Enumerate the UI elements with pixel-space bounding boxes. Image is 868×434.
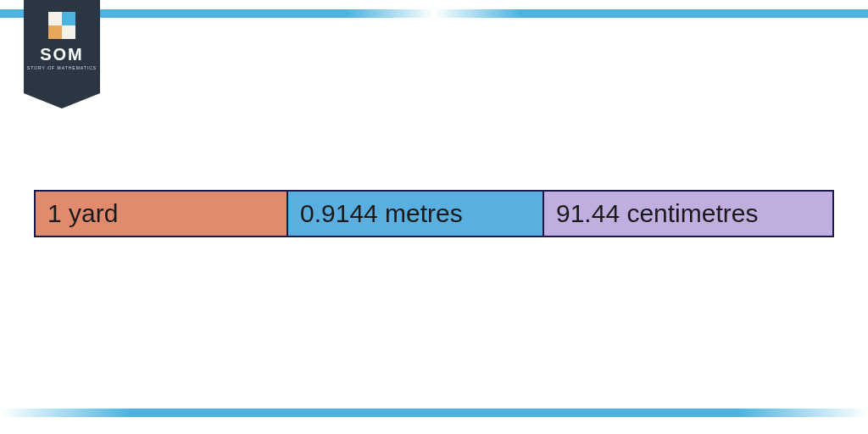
logo-badge: SOM STORY OF MATHEMATICS [24,0,100,93]
bottom-accent-bar [0,409,868,417]
top-accent-bar [0,9,868,18]
cell-yards: 1 yard [34,190,288,237]
cell-centimetres: 91.44 centimetres [544,190,834,237]
logo-icon [48,12,75,39]
cell-metres: 0.9144 metres [288,190,544,237]
logo-sub-text: STORY OF MATHEMATICS [24,65,100,70]
logo-main-text: SOM [24,46,100,63]
conversion-table: 1 yard 0.9144 metres 91.44 centimetres [34,190,834,237]
